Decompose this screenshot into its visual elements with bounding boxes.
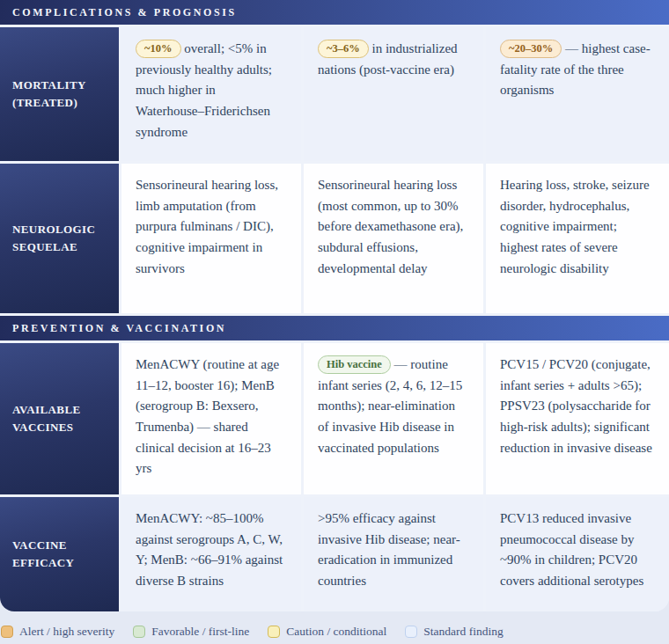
favorable-swatch-icon	[133, 626, 145, 638]
table-cell: ~20–30% — highest case-fatality rate of …	[486, 27, 669, 161]
table-cell: PCV15 / PCV20 (conjugate, infant series …	[486, 343, 669, 494]
table-cell: ~10% overall; <5% in previously healthy …	[121, 27, 301, 161]
cell-text: Sensorineural hearing loss (most common,…	[318, 178, 463, 275]
table-row: AVAILABLE VACCINESMenACWY (routine at ag…	[0, 343, 669, 494]
table-cell: Hib vaccine — routine infant series (2, …	[304, 343, 483, 494]
alert-swatch-icon	[1, 626, 13, 638]
favorable-badge: Hib vaccine	[318, 355, 391, 374]
cell-text: MenACWY (routine at age 11–12, booster 1…	[136, 357, 279, 475]
cell-text: MenACWY: ~85–100% against serogroups A, …	[136, 511, 283, 588]
row-label: MORTALITY (TREATED)	[0, 27, 119, 161]
table-cell: PCV13 reduced invasive pneumococcal dise…	[486, 497, 669, 611]
table-row: NEUROLOGIC SEQUELAESensorineural hearing…	[0, 164, 669, 313]
cell-text: Hearing loss, stroke, seizure disorder, …	[500, 178, 650, 275]
standard-swatch-icon	[405, 626, 417, 638]
table-row: MORTALITY (TREATED)~10% overall; <5% in …	[0, 27, 669, 161]
alert-badge: ~20–30%	[500, 40, 562, 58]
legend-item: Standard finding	[405, 625, 503, 639]
caution-swatch-icon	[268, 626, 280, 638]
caution-badge: ~3–6%	[318, 40, 369, 58]
table-cell: Sensorineural hearing loss, limb amputat…	[121, 164, 301, 313]
section-header: PREVENTION & VACCINATION	[0, 316, 669, 340]
section-header: COMPLICATIONS & PROGNOSIS	[0, 0, 669, 25]
legend-label: Caution / conditional	[286, 625, 386, 639]
legend-label: Alert / high severity	[19, 625, 114, 639]
table-cell: MenACWY (routine at age 11–12, booster 1…	[121, 343, 301, 494]
legend: Alert / high severityFavorable / first-l…	[0, 625, 669, 639]
row-label: NEUROLOGIC SEQUELAE	[0, 164, 119, 313]
table-cell: Sensorineural hearing loss (most common,…	[304, 164, 483, 313]
legend-label: Favorable / first-line	[151, 625, 249, 639]
legend-item: Favorable / first-line	[133, 625, 249, 639]
table-cell: Hearing loss, stroke, seizure disorder, …	[486, 164, 669, 313]
table-cell: >95% efficacy against invasive Hib disea…	[304, 497, 483, 611]
cell-text: PCV15 / PCV20 (conjugate, infant series …	[500, 357, 652, 455]
legend-label: Standard finding	[423, 625, 503, 639]
cell-text: >95% efficacy against invasive Hib disea…	[318, 511, 460, 588]
legend-item: Caution / conditional	[268, 625, 386, 639]
table-cell: MenACWY: ~85–100% against serogroups A, …	[121, 497, 301, 611]
row-label: VACCINE EFFICACY	[0, 497, 119, 611]
legend-item: Alert / high severity	[1, 625, 114, 639]
table-row: VACCINE EFFICACYMenACWY: ~85–100% agains…	[0, 497, 669, 611]
row-label: AVAILABLE VACCINES	[0, 343, 119, 494]
caution-badge: ~10%	[136, 40, 181, 58]
cell-text: Sensorineural hearing loss, limb amputat…	[136, 178, 278, 275]
comparison-table: COMPLICATIONS & PROGNOSISMORTALITY (TREA…	[0, 0, 669, 611]
cell-text: PCV13 reduced invasive pneumococcal dise…	[500, 511, 643, 588]
table-cell: ~3–6% in industrialized nations (post-va…	[304, 27, 483, 161]
